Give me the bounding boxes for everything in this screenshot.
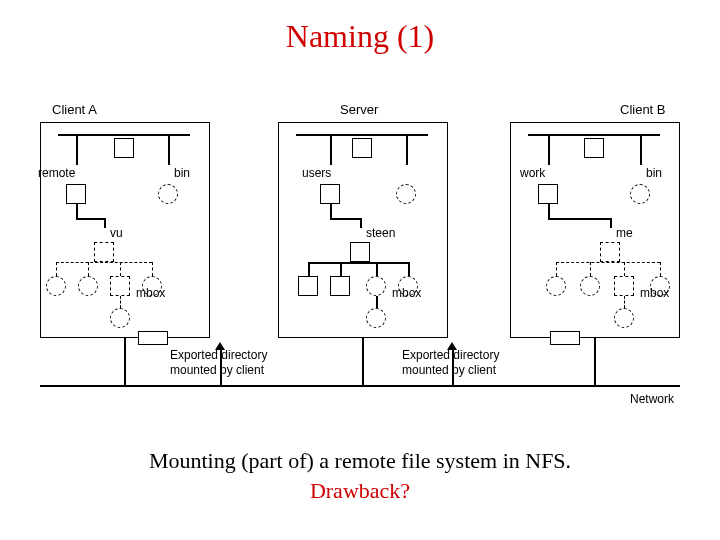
node-mbox-s (366, 308, 386, 328)
edge-dashed (120, 296, 121, 308)
edge-dashed (120, 262, 121, 276)
edge-dashed (152, 262, 153, 276)
dir-label-mbox-a: mbox (136, 286, 165, 300)
export-line2-a: mounted by client (170, 363, 264, 377)
node-me-mounted (600, 242, 620, 262)
edge (340, 262, 342, 276)
nfs-diagram: Client A Server Client B remote bin vu m… (40, 90, 680, 410)
mount-box-b (550, 331, 580, 345)
header-bar-s (296, 134, 428, 136)
net-drop-a (124, 338, 126, 385)
edge (640, 135, 642, 165)
node-bin-b (630, 184, 650, 204)
leaf-dir (298, 276, 318, 296)
edge-dashed (56, 262, 57, 276)
export-label-b: Exported directory mounted by client (402, 348, 499, 378)
export-line1-a: Exported directory (170, 348, 267, 362)
dir-label-steen: steen (366, 226, 395, 240)
node-remote (66, 184, 86, 204)
edge-dashed (660, 262, 661, 276)
leaf (46, 276, 66, 296)
leaf-dir (110, 276, 130, 296)
mount-box-a (138, 331, 168, 345)
edge-dashed (590, 262, 591, 276)
node-bin-a (158, 184, 178, 204)
edge-dashed (556, 262, 660, 263)
leaf-dir (330, 276, 350, 296)
export-line1-b: Exported directory (402, 348, 499, 362)
edge (548, 218, 610, 220)
dir-label-me: me (616, 226, 633, 240)
edge (548, 204, 550, 218)
slide-title: Naming (1) (0, 0, 720, 55)
edge (548, 135, 550, 165)
edge (308, 262, 408, 264)
edge (168, 135, 170, 165)
edge (76, 218, 104, 220)
host-label-client-a: Client A (52, 102, 97, 117)
dir-label-mbox-b: mbox (640, 286, 669, 300)
dir-label-users: users (302, 166, 331, 180)
caption-line2: Drawback? (0, 478, 720, 504)
node-users (320, 184, 340, 204)
dir-label-bin-b: bin (646, 166, 662, 180)
edge-dashed (624, 262, 625, 276)
edge (330, 204, 332, 218)
dir-label-bin: bin (174, 166, 190, 180)
dir-label-remote: remote (38, 166, 75, 180)
edge (76, 135, 78, 165)
edge (408, 262, 410, 276)
export-line2-b: mounted by client (402, 363, 496, 377)
edge (76, 204, 78, 218)
node-mbox-a (110, 308, 130, 328)
node-root-s (352, 138, 372, 158)
edge (104, 218, 106, 228)
node-work (538, 184, 558, 204)
node-steen (350, 242, 370, 262)
host-label-server: Server (340, 102, 378, 117)
node-root-a (114, 138, 134, 158)
node-root-b (584, 138, 604, 158)
leaf (396, 184, 416, 204)
host-label-client-b: Client B (620, 102, 666, 117)
network-label: Network (630, 392, 674, 406)
network-line (40, 385, 680, 387)
net-drop-b (594, 338, 596, 385)
net-drop-s (362, 338, 364, 385)
node-vu-mounted (94, 242, 114, 262)
leaf (580, 276, 600, 296)
dir-label-vu: vu (110, 226, 123, 240)
edge-dashed (624, 296, 625, 308)
edge (330, 218, 360, 220)
edge (360, 218, 362, 228)
edge (376, 262, 378, 276)
edge-dashed (556, 262, 557, 276)
header-bar-a (58, 134, 190, 136)
edge (610, 218, 612, 228)
leaf (546, 276, 566, 296)
leaf (78, 276, 98, 296)
caption-line1: Mounting (part of) a remote file system … (0, 448, 720, 474)
dir-label-work: work (520, 166, 545, 180)
dir-label-mbox-s: mbox (392, 286, 421, 300)
node-mbox-b (614, 308, 634, 328)
export-label-a: Exported directory mounted by client (170, 348, 267, 378)
leaf (366, 276, 386, 296)
edge (308, 262, 310, 276)
edge-dashed (56, 262, 152, 263)
edge-dashed (88, 262, 89, 276)
edge (330, 135, 332, 165)
leaf-dir (614, 276, 634, 296)
edge (376, 296, 378, 308)
edge (406, 135, 408, 165)
